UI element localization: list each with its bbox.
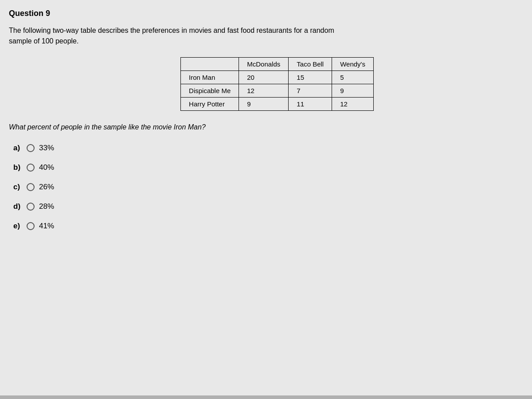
cell-ironman-wendys: 5 [332,71,374,84]
col-header-wendys: Wendy's [332,58,374,71]
radio-b[interactable] [27,164,35,172]
option-d-text: 28% [39,202,54,211]
cell-dispicableme-tacobell: 7 [289,84,332,98]
question-description: The following two-way table describes th… [9,25,519,47]
cell-harrypotter-mcdonalds: 9 [239,98,289,111]
row-label-dispicableme: Dispicable Me [181,84,239,98]
option-c-label: c) [13,183,22,192]
option-a-text: 33% [39,144,54,153]
table-row-harrypotter: Harry Potter 9 11 12 [181,98,374,111]
option-b-label: b) [13,163,22,172]
table-row-ironman: Iron Man 20 15 5 [181,71,374,84]
option-a-label: a) [13,144,22,153]
col-header-tacobell: Taco Bell [289,58,332,71]
sub-question: What percent of people in the sample lik… [9,123,519,131]
question-header: Question 9 [9,9,519,18]
option-a[interactable]: a) 33% [13,144,519,153]
table-row-dispicableme: Dispicable Me 12 7 9 [181,84,374,98]
option-d-label: d) [13,202,22,211]
cell-harrypotter-tacobell: 11 [289,98,332,111]
option-b[interactable]: b) 40% [13,163,519,172]
bottom-bar [0,395,532,399]
cell-dispicableme-mcdonalds: 12 [239,84,289,98]
radio-a[interactable] [27,144,35,152]
cell-dispicableme-wendys: 9 [332,84,374,98]
data-table: McDonalds Taco Bell Wendy's Iron Man 20 … [180,57,374,111]
option-d[interactable]: d) 28% [13,202,519,211]
option-e-label: e) [13,222,22,231]
row-label-harrypotter: Harry Potter [181,98,239,111]
page-container: REVIEW Question 9 The following two-way … [0,0,532,399]
row-label-ironman: Iron Man [181,71,239,84]
col-header-mcdonalds: McDonalds [239,58,289,71]
option-b-text: 40% [39,163,54,172]
table-wrapper: McDonalds Taco Bell Wendy's Iron Man 20 … [35,57,519,111]
cell-ironman-mcdonalds: 20 [239,71,289,84]
radio-c[interactable] [27,183,35,191]
option-e-text: 41% [39,222,54,231]
radio-e[interactable] [27,222,35,230]
answer-options: a) 33% b) 40% c) 26% d) 28% e) [13,144,519,231]
option-c-text: 26% [39,183,54,192]
question-container: Question 9 The following two-way table d… [0,0,532,395]
empty-header-cell [181,58,239,71]
option-c[interactable]: c) 26% [13,183,519,192]
radio-d[interactable] [27,203,35,211]
option-e[interactable]: e) 41% [13,222,519,231]
cell-harrypotter-wendys: 12 [332,98,374,111]
cell-ironman-tacobell: 15 [289,71,332,84]
